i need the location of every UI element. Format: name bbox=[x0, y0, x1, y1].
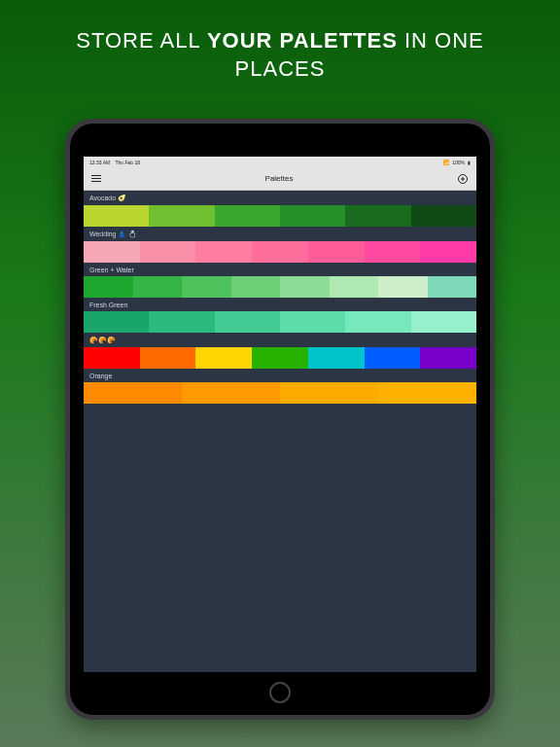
palette-row[interactable]: Fresh Green bbox=[84, 298, 476, 333]
color-swatch[interactable] bbox=[215, 311, 280, 333]
color-swatch[interactable] bbox=[182, 382, 280, 404]
color-swatch[interactable] bbox=[84, 382, 182, 404]
headline-bold: YOUR PALETTES bbox=[207, 28, 398, 53]
plus-circle-icon bbox=[457, 173, 469, 185]
palette-list[interactable]: Avocado 🥑Wedding 👗 💍Green + WaterFresh G… bbox=[84, 191, 476, 672]
palette-row[interactable]: 🥐🥐🥐 bbox=[84, 333, 476, 369]
color-swatch[interactable] bbox=[411, 311, 476, 333]
color-swatch[interactable] bbox=[84, 241, 140, 263]
palette-row[interactable]: Avocado 🥑 bbox=[84, 191, 476, 227]
color-swatch[interactable] bbox=[378, 382, 476, 404]
palette-label: Orange bbox=[84, 369, 476, 382]
color-swatch[interactable] bbox=[365, 347, 421, 369]
battery-icon: ▮ bbox=[468, 160, 471, 165]
palette-row[interactable]: Green + Water bbox=[84, 263, 476, 298]
color-swatch[interactable] bbox=[140, 241, 196, 263]
palette-row[interactable]: Wedding 👗 💍 bbox=[84, 227, 476, 263]
color-swatch[interactable] bbox=[252, 241, 308, 263]
palette-label: Green + Water bbox=[84, 263, 476, 276]
color-swatch[interactable] bbox=[428, 276, 477, 298]
color-swatch[interactable] bbox=[280, 311, 345, 333]
palette-label: Fresh Green bbox=[84, 298, 476, 311]
headline: STORE ALL YOUR PALETTES IN ONE PLACES bbox=[0, 0, 560, 83]
swatch-row bbox=[84, 205, 476, 227]
home-button[interactable] bbox=[269, 682, 291, 703]
color-swatch[interactable] bbox=[345, 311, 410, 333]
menu-button[interactable] bbox=[91, 175, 101, 182]
color-swatch[interactable] bbox=[84, 205, 149, 227]
color-swatch[interactable] bbox=[195, 241, 252, 263]
color-swatch[interactable] bbox=[140, 347, 196, 369]
color-swatch[interactable] bbox=[133, 276, 183, 298]
color-swatch[interactable] bbox=[182, 276, 231, 298]
palette-label: Wedding 👗 💍 bbox=[84, 227, 476, 241]
status-time: 12:33 AM bbox=[89, 160, 110, 165]
color-swatch[interactable] bbox=[231, 276, 281, 298]
status-right: 📶 100% ▮ bbox=[443, 160, 471, 165]
color-swatch[interactable] bbox=[84, 276, 133, 298]
color-swatch[interactable] bbox=[420, 347, 476, 369]
color-swatch[interactable] bbox=[308, 241, 365, 263]
wifi-icon: 📶 bbox=[443, 160, 449, 165]
color-swatch[interactable] bbox=[345, 205, 410, 227]
color-swatch[interactable] bbox=[84, 311, 149, 333]
swatch-row bbox=[84, 276, 476, 298]
status-date: Thu Feb 18 bbox=[116, 160, 141, 165]
color-swatch[interactable] bbox=[411, 205, 476, 227]
palette-label: Avocado 🥑 bbox=[84, 191, 476, 205]
color-swatch[interactable] bbox=[330, 276, 379, 298]
color-swatch[interactable] bbox=[280, 382, 378, 404]
add-button[interactable] bbox=[457, 173, 469, 185]
headline-pre: STORE ALL bbox=[76, 28, 207, 53]
page-title: Palettes bbox=[265, 174, 294, 183]
color-swatch[interactable] bbox=[280, 276, 330, 298]
color-swatch[interactable] bbox=[252, 347, 308, 369]
swatch-row bbox=[84, 347, 476, 369]
color-swatch[interactable] bbox=[378, 276, 428, 298]
swatch-row bbox=[84, 241, 476, 263]
screen: 12:33 AM Thu Feb 18 📶 100% ▮ Palettes bbox=[84, 157, 476, 672]
color-swatch[interactable] bbox=[365, 241, 421, 263]
tablet-frame: 12:33 AM Thu Feb 18 📶 100% ▮ Palettes bbox=[65, 119, 495, 720]
swatch-row bbox=[84, 311, 476, 333]
palette-row[interactable]: Orange bbox=[84, 369, 476, 404]
swatch-row bbox=[84, 382, 476, 404]
color-swatch[interactable] bbox=[149, 311, 214, 333]
palette-label: 🥐🥐🥐 bbox=[84, 333, 476, 347]
color-swatch[interactable] bbox=[420, 241, 476, 263]
color-swatch[interactable] bbox=[215, 205, 280, 227]
tablet-bezel: 12:33 AM Thu Feb 18 📶 100% ▮ Palettes bbox=[70, 124, 490, 715]
status-left: 12:33 AM Thu Feb 18 bbox=[89, 160, 140, 165]
color-swatch[interactable] bbox=[308, 347, 365, 369]
color-swatch[interactable] bbox=[280, 205, 345, 227]
status-battery: 100% bbox=[452, 160, 465, 165]
status-bar: 12:33 AM Thu Feb 18 📶 100% ▮ bbox=[84, 157, 476, 167]
nav-bar: Palettes bbox=[84, 167, 476, 191]
color-swatch[interactable] bbox=[84, 347, 140, 369]
color-swatch[interactable] bbox=[149, 205, 214, 227]
color-swatch[interactable] bbox=[195, 347, 252, 369]
